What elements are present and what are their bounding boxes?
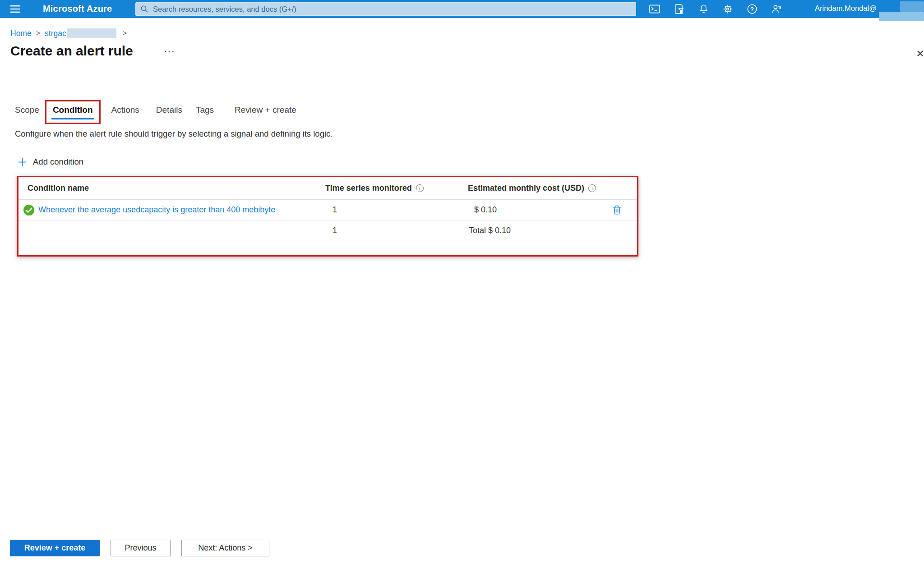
notifications-bell-icon[interactable]	[698, 3, 709, 15]
column-header-time-series: Time series monitored i	[325, 184, 424, 193]
table-total-row: 1 Total $ 0.10	[18, 221, 637, 241]
tab-details[interactable]: Details	[156, 100, 182, 115]
page-title: Create an alert rule	[10, 43, 133, 59]
add-condition-label: Add condition	[33, 157, 83, 167]
chevron-right-icon: >	[123, 29, 127, 37]
hamburger-menu-icon[interactable]	[6, 4, 24, 14]
feedback-person-icon[interactable]	[771, 3, 782, 15]
breadcrumb-resource-link[interactable]: strgac	[45, 29, 66, 38]
search-input[interactable]	[153, 5, 631, 14]
tab-tags[interactable]: Tags	[196, 100, 214, 115]
topbar-icon-group: ?	[649, 0, 782, 18]
svg-text:?: ?	[750, 6, 754, 13]
cell-cost: $ 0.10	[474, 205, 497, 215]
tab-scope[interactable]: Scope	[15, 100, 39, 115]
conditions-table: Condition name Time series monitored i E…	[17, 176, 638, 257]
settings-gear-icon[interactable]	[722, 3, 734, 15]
info-icon[interactable]: i	[588, 184, 596, 192]
tab-condition[interactable]: Condition	[53, 105, 93, 115]
tab-actions[interactable]: Actions	[111, 100, 139, 115]
column-header-cost: Estimated monthly cost (USD) i	[468, 184, 596, 193]
add-condition-button[interactable]: Add condition	[18, 157, 83, 167]
close-icon[interactable]: ✕	[916, 48, 924, 60]
redaction-blur	[900, 1, 924, 12]
success-check-icon	[23, 204, 35, 218]
tab-condition-annotated[interactable]: Condition	[45, 100, 101, 124]
active-tab-underline	[51, 118, 94, 119]
column-header-condition-name: Condition name	[28, 184, 89, 193]
account-user-name[interactable]: Arindam.Mondal@	[815, 4, 877, 13]
info-icon[interactable]: i	[416, 184, 424, 192]
previous-button[interactable]: Previous	[111, 540, 171, 556]
condition-link[interactable]: Whenever the average usedcapacity is gre…	[38, 205, 275, 215]
table-row: Whenever the average usedcapacity is gre…	[18, 200, 637, 221]
total-cost: Total $ 0.10	[469, 226, 511, 235]
top-navigation-bar: Microsoft Azure	[0, 0, 924, 18]
azure-portal-page: Microsoft Azure	[0, 0, 924, 569]
next-actions-button[interactable]: Next: Actions >	[181, 540, 269, 556]
delete-trash-icon[interactable]	[611, 204, 623, 218]
redaction-blur	[67, 28, 116, 38]
tab-review-create[interactable]: Review + create	[235, 100, 296, 115]
azure-brand-title[interactable]: Microsoft Azure	[43, 4, 112, 14]
breadcrumb: Home > strgac >	[10, 28, 131, 38]
footer-divider	[0, 529, 924, 529]
redaction-blur	[879, 12, 924, 21]
total-time-series: 1	[333, 226, 337, 235]
directory-filter-icon[interactable]	[673, 3, 685, 15]
table-header-row: Condition name Time series monitored i E…	[18, 177, 637, 200]
search-icon	[140, 5, 148, 13]
more-options-icon[interactable]: …	[163, 41, 176, 55]
chevron-right-icon: >	[36, 29, 40, 37]
tab-description: Configure when the alert rule should tri…	[15, 129, 333, 139]
wizard-tabs: Scope Condition Actions Details Tags Rev…	[15, 100, 296, 124]
review-create-button[interactable]: Review + create	[10, 540, 100, 556]
breadcrumb-home-link[interactable]: Home	[10, 29, 32, 38]
cell-time-series: 1	[333, 205, 337, 215]
plus-icon	[18, 158, 27, 166]
help-icon[interactable]: ?	[746, 3, 758, 15]
global-search-box[interactable]	[135, 2, 636, 16]
cloud-shell-icon[interactable]	[649, 3, 661, 15]
